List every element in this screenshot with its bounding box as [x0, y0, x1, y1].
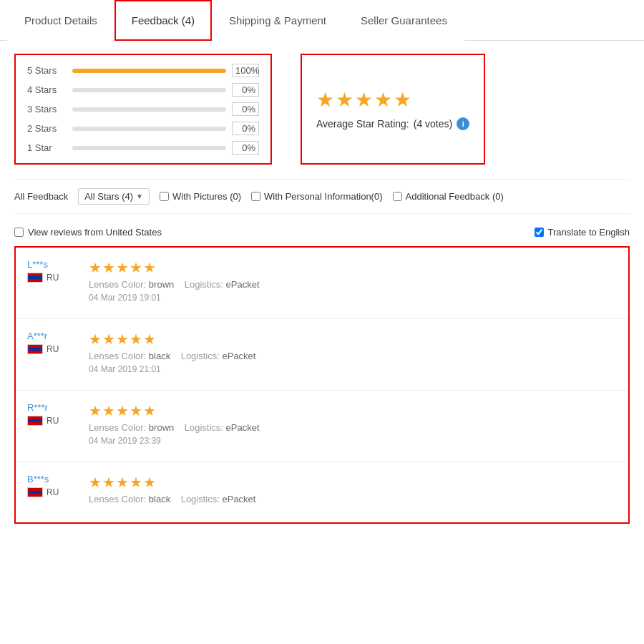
review-header: A***r RU ★★★★★ Lenses Color: black Logis…	[27, 331, 617, 374]
all-stars-dropdown[interactable]: All Stars (4) ▼	[78, 188, 150, 205]
flag-icon	[27, 416, 43, 426]
logistics-label: Logistics:	[185, 279, 223, 290]
review-stars: ★★★★★	[89, 259, 617, 276]
reviewer-name: B***s	[27, 474, 77, 484]
bar-pct: 0%	[232, 102, 259, 116]
bar-fill	[72, 69, 226, 73]
filter-bar: All Feedback All Stars (4) ▼ With Pictur…	[14, 179, 630, 214]
with-personal-label: With Personal Information(0)	[264, 191, 382, 202]
review-date: 04 Mar 2019 19:01	[89, 293, 617, 303]
logistics-label: Logistics:	[181, 351, 220, 361]
review-header: R***r RU ★★★★★ Lenses Color: brown Logis…	[27, 402, 617, 446]
star-row-5: 5 Stars 100%	[27, 64, 259, 77]
flag-icon	[27, 487, 43, 497]
view-from-checkbox[interactable]	[14, 228, 24, 237]
additional-filter[interactable]: Additional Feedback (0)	[393, 191, 504, 202]
reviewer-info: R***r RU	[27, 402, 77, 426]
tab-seller-guarantees[interactable]: Seller Guarantees	[343, 0, 464, 41]
translate-section: Translate to English	[535, 227, 630, 238]
additional-label: Additional Feedback (0)	[406, 191, 504, 202]
country-code: RU	[47, 487, 59, 497]
color-label: Lenses Color:	[89, 351, 146, 361]
star-label: 4 Stars	[27, 84, 67, 95]
logistics-value: ePacket	[222, 351, 255, 361]
review-item: A***r RU ★★★★★ Lenses Color: black Logis…	[16, 319, 628, 391]
bar-pct: 100%	[232, 64, 259, 77]
view-from-label: View reviews from United States	[28, 227, 162, 238]
reviewer-country: RU	[27, 487, 77, 497]
avg-label: Average Star Rating: (4 votes) i	[316, 117, 469, 130]
tab-product-details[interactable]: Product Details	[7, 0, 114, 41]
tab-bar: Product Details Feedback (4) Shipping & …	[0, 0, 644, 41]
color-value: brown	[149, 279, 174, 290]
review-stars: ★★★★★	[89, 402, 617, 419]
info-icon[interactable]: i	[457, 117, 469, 130]
with-personal-filter[interactable]: With Personal Information(0)	[251, 191, 382, 202]
bar-track	[72, 107, 226, 112]
bar-pct: 0%	[232, 141, 259, 155]
tab-feedback[interactable]: Feedback (4)	[114, 0, 212, 41]
color-label: Lenses Color:	[89, 279, 146, 290]
review-header: L***s RU ★★★★★ Lenses Color: brown Logis…	[27, 259, 617, 303]
with-pictures-label: With Pictures (0)	[172, 191, 241, 202]
country-code: RU	[47, 416, 59, 426]
flag-icon	[27, 344, 43, 354]
additional-checkbox[interactable]	[393, 192, 402, 201]
logistics-value: ePacket	[226, 279, 260, 290]
star-label: 2 Stars	[27, 123, 67, 134]
reviewer-info: A***r RU	[27, 331, 77, 354]
review-item: B***s RU ★★★★★ Lenses Color: black Logis…	[16, 462, 628, 522]
reviewer-country: RU	[27, 344, 77, 354]
reviewer-country: RU	[27, 416, 77, 426]
all-feedback-label: All Feedback	[14, 191, 68, 202]
bar-track	[72, 88, 226, 92]
flag-icon	[27, 273, 43, 283]
review-item: R***r RU ★★★★★ Lenses Color: brown Logis…	[16, 391, 628, 462]
reviewer-name: A***r	[27, 331, 77, 341]
country-code: RU	[47, 273, 59, 283]
review-body: ★★★★★ Lenses Color: brown Logistics: ePa…	[89, 402, 617, 446]
reviewer-info: B***s RU	[27, 474, 77, 497]
color-label: Lenses Color:	[89, 422, 146, 433]
color-label: Lenses Color:	[89, 494, 146, 504]
bar-track	[72, 127, 226, 131]
reviewer-info: L***s RU	[27, 259, 77, 283]
star-row-3: 3 Stars 0%	[27, 102, 259, 116]
color-value: black	[149, 494, 170, 504]
star-row-1: 1 Star 0%	[27, 141, 259, 155]
with-pictures-filter[interactable]: With Pictures (0)	[160, 191, 241, 202]
star-bars-box: 5 Stars 100% 4 Stars 0% 3 Stars 0% 2 Sta…	[14, 54, 272, 165]
avg-stars-display: ★★★★★	[316, 88, 413, 112]
review-stars: ★★★★★	[89, 474, 617, 491]
secondary-filter-bar: View reviews from United States Translat…	[14, 221, 630, 246]
review-item: L***s RU ★★★★★ Lenses Color: brown Logis…	[16, 248, 628, 319]
review-details: Lenses Color: black Logistics: ePacket	[89, 494, 617, 504]
translate-label: Translate to English	[548, 227, 630, 238]
logistics-value: ePacket	[226, 422, 260, 433]
rating-section: 5 Stars 100% 4 Stars 0% 3 Stars 0% 2 Sta…	[14, 54, 630, 165]
review-details: Lenses Color: black Logistics: ePacket	[89, 351, 617, 361]
review-details: Lenses Color: brown Logistics: ePacket	[89, 279, 617, 290]
with-pictures-checkbox[interactable]	[160, 192, 169, 201]
star-row-4: 4 Stars 0%	[27, 83, 259, 97]
review-body: ★★★★★ Lenses Color: brown Logistics: ePa…	[89, 259, 617, 303]
with-personal-checkbox[interactable]	[251, 192, 260, 201]
avg-label-text: Average Star Rating:	[316, 118, 409, 130]
tab-shipping-payment[interactable]: Shipping & Payment	[212, 0, 343, 41]
reviews-list: L***s RU ★★★★★ Lenses Color: brown Logis…	[14, 246, 630, 524]
review-body: ★★★★★ Lenses Color: black Logistics: ePa…	[89, 474, 617, 507]
review-header: B***s RU ★★★★★ Lenses Color: black Logis…	[27, 474, 617, 507]
star-row-2: 2 Stars 0%	[27, 122, 259, 135]
bar-track	[72, 146, 226, 150]
review-stars: ★★★★★	[89, 331, 617, 348]
review-body: ★★★★★ Lenses Color: black Logistics: ePa…	[89, 331, 617, 374]
color-value: black	[149, 351, 170, 361]
votes-text: (4 votes)	[414, 118, 452, 130]
star-label: 3 Stars	[27, 104, 67, 114]
avg-rating-box: ★★★★★ Average Star Rating: (4 votes) i	[301, 54, 485, 165]
view-from-section: View reviews from United States	[14, 227, 162, 238]
translate-checkbox[interactable]	[535, 228, 544, 237]
color-value: brown	[149, 422, 174, 433]
bar-pct: 0%	[232, 83, 259, 97]
reviewer-country: RU	[27, 273, 77, 283]
